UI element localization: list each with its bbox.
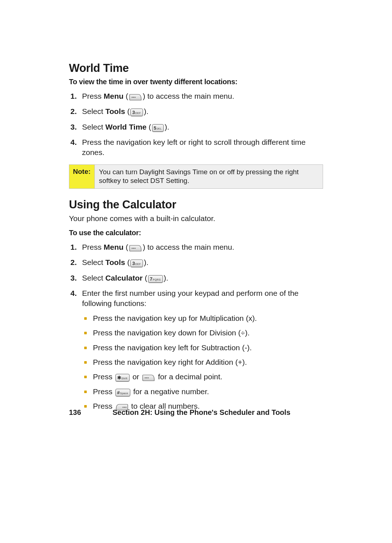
manual-page: World Time To view the time in over twen… <box>0 0 392 543</box>
menu-softkey-icon <box>142 374 155 381</box>
bold-term: World Time <box>105 123 147 131</box>
intro-calculator: Your phone comes with a built-in calcula… <box>69 214 323 223</box>
text: Select <box>82 123 105 131</box>
note-label: Note: <box>69 165 95 188</box>
menu-softkey-icon <box>129 94 142 101</box>
key-7-icon: 7PQRS <box>148 275 163 283</box>
bold-term: Calculator <box>105 274 143 282</box>
heading-world-time: World Time <box>69 62 323 75</box>
text: . <box>146 258 148 266</box>
step: Select World Time (5JKL). <box>81 122 323 132</box>
text: to access the main menu. <box>147 92 234 100</box>
text: Select <box>82 107 105 115</box>
key-5-icon: 5JKL <box>152 124 164 132</box>
text: or <box>132 372 142 381</box>
note-text: You can turn Daylight Savings Time on or… <box>95 165 323 188</box>
page-number: 136 <box>69 408 113 417</box>
bold-term: Tools <box>105 258 125 266</box>
footer-section-title: Section 2H: Using the Phone's Scheduler … <box>113 408 323 417</box>
text: for a negative number. <box>133 387 209 396</box>
step: Press Menu () to access the main menu. <box>81 242 323 252</box>
key-3-icon: 3DEF <box>130 109 143 116</box>
text: . <box>167 123 169 131</box>
text: for a decimal point. <box>158 372 222 381</box>
bold-term: Menu <box>104 92 124 100</box>
text: Press <box>93 372 115 381</box>
text: Select <box>82 258 105 266</box>
text: Press <box>82 243 104 251</box>
key-3-icon: 3DEF <box>130 260 143 267</box>
key-star-icon: ✱Shift <box>115 374 130 381</box>
text: Press <box>93 387 115 396</box>
heading-calculator: Using the Calculator <box>69 198 323 211</box>
key-hash-icon: #Space <box>115 389 131 396</box>
lead-world-time: To view the time in over twenty differen… <box>69 78 323 86</box>
list-item: Press the navigation key right for Addit… <box>92 357 323 367</box>
page-footer: 136 Section 2H: Using the Phone's Schedu… <box>69 408 323 417</box>
text: to access the main menu. <box>147 243 234 251</box>
step: Select Calculator (7PQRS). <box>81 273 323 283</box>
text: . <box>146 107 148 115</box>
lead-calculator: To use the calculator: <box>69 229 323 237</box>
list-item: Press the navigation key up for Multipli… <box>92 313 323 323</box>
menu-softkey-icon <box>129 245 142 252</box>
text: Select <box>82 274 105 282</box>
text: Enter the first number using your keypad… <box>82 289 299 307</box>
step: Select Tools (3DEF). <box>81 106 323 117</box>
bold-term: Menu <box>104 243 124 251</box>
step: Press the navigation key left or right t… <box>81 137 323 158</box>
steps-world-time: Press Menu () to access the main menu. S… <box>69 91 323 158</box>
step: Enter the first number using your keypad… <box>81 288 323 411</box>
steps-calculator: Press Menu () to access the main menu. S… <box>69 242 323 411</box>
list-item: Press #Space for a negative number. <box>92 387 323 397</box>
note-box: Note: You can turn Daylight Savings Time… <box>69 164 323 189</box>
calculator-functions-list: Press the navigation key up for Multipli… <box>82 313 323 411</box>
list-item: Press the navigation key left for Subtra… <box>92 343 323 353</box>
bold-term: Tools <box>105 107 125 115</box>
list-item: Press ✱Shift or for a decimal point. <box>92 372 323 382</box>
step: Select Tools (3DEF). <box>81 257 323 268</box>
step: Press Menu () to access the main menu. <box>81 91 323 101</box>
text: Press <box>82 92 104 100</box>
text: . <box>166 274 168 282</box>
list-item: Press the navigation key down for Divisi… <box>92 328 323 338</box>
